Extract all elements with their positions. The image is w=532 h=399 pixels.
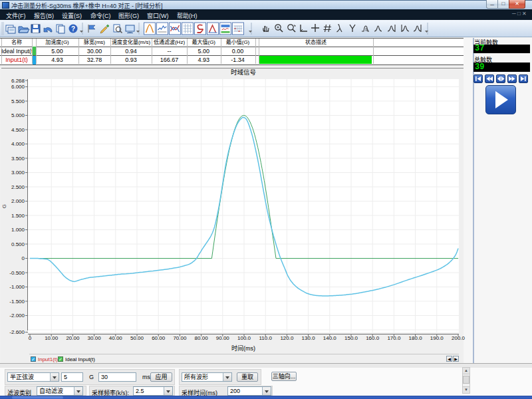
- svg-text:130.0: 130.0: [302, 335, 316, 341]
- svg-text:2.000: 2.000: [11, 198, 25, 204]
- svg-text:6.268: 6.268: [11, 78, 25, 84]
- svg-text:160.0: 160.0: [366, 335, 380, 341]
- svg-text:G: G: [1, 204, 7, 208]
- svg-text:80.00: 80.00: [195, 335, 209, 341]
- svg-text:4.000: 4.000: [11, 141, 25, 147]
- svg-text:190.0: 190.0: [430, 335, 444, 341]
- svg-text:0.500: 0.500: [11, 241, 25, 247]
- svg-text:20.00: 20.00: [66, 335, 80, 341]
- svg-text:2.500: 2.500: [11, 184, 25, 190]
- svg-text:时间(ms): 时间(ms): [231, 344, 255, 352]
- svg-text:40.00: 40.00: [109, 335, 123, 341]
- svg-text:0: 0: [22, 255, 25, 261]
- svg-text:1.000: 1.000: [11, 227, 25, 233]
- svg-text:3.000: 3.000: [11, 170, 25, 176]
- svg-text:时域信号: 时域信号: [231, 68, 256, 76]
- svg-text:70.00: 70.00: [173, 335, 187, 341]
- svg-text:10.00: 10.00: [45, 335, 59, 341]
- svg-text:-0.500: -0.500: [9, 270, 25, 276]
- svg-text:120.0: 120.0: [280, 335, 294, 341]
- svg-text:3.500: 3.500: [11, 156, 25, 162]
- svg-text:1.500: 1.500: [11, 213, 25, 219]
- svg-text:-1.500: -1.500: [9, 299, 25, 305]
- svg-text:110.0: 110.0: [259, 335, 272, 341]
- svg-text:-1.000: -1.000: [9, 284, 25, 290]
- svg-text:60.00: 60.00: [152, 335, 166, 341]
- svg-text:180.0: 180.0: [409, 335, 423, 341]
- svg-text:6.000: 6.000: [11, 84, 25, 90]
- svg-text:-2.000: -2.000: [9, 313, 25, 319]
- svg-text:30.00: 30.00: [88, 335, 102, 341]
- svg-text:150.0: 150.0: [344, 335, 358, 341]
- svg-text:140.0: 140.0: [323, 335, 337, 341]
- svg-text:100.0: 100.0: [237, 335, 251, 341]
- svg-text:90.00: 90.00: [216, 335, 230, 341]
- svg-text:0: 0: [29, 335, 32, 341]
- svg-text:50.00: 50.00: [130, 335, 144, 341]
- svg-text:4.500: 4.500: [11, 127, 25, 133]
- svg-text:170.0: 170.0: [387, 335, 401, 341]
- svg-text:5.000: 5.000: [11, 112, 25, 118]
- svg-text:-2.600: -2.600: [9, 329, 25, 335]
- svg-text:5.500: 5.500: [11, 98, 25, 104]
- svg-text:200.0: 200.0: [452, 335, 466, 341]
